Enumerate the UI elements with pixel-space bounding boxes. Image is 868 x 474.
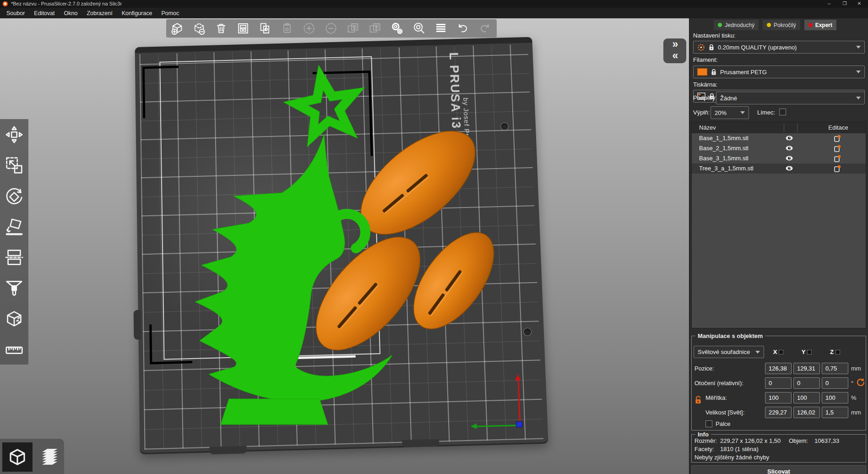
measure-tool[interactable] bbox=[0, 334, 28, 365]
menu-zobrazeni[interactable]: Zobrazení bbox=[82, 9, 117, 18]
cut-tool[interactable] bbox=[0, 242, 28, 272]
mode-expert-button[interactable]: Expert bbox=[804, 20, 836, 30]
object-row[interactable]: Base_2_1,5mm.stl bbox=[692, 143, 866, 153]
uniform-scale-lock-icon[interactable] bbox=[694, 396, 702, 406]
facets-label: Facety: bbox=[694, 446, 714, 452]
mode-selector: Jednoduchý Pokročilý Expert bbox=[689, 20, 868, 30]
object-row-selected[interactable]: Tree_3_a_1,5mm.stl bbox=[692, 163, 866, 174]
place-on-face-tool[interactable] bbox=[0, 211, 28, 242]
prusaslicer-logo-icon bbox=[2, 1, 8, 7]
mode-simple-button[interactable]: Jednoduchý bbox=[714, 20, 759, 30]
menu-soubor[interactable]: Soubor bbox=[2, 9, 29, 18]
rotation-z-field[interactable]: 0 bbox=[822, 377, 848, 389]
object-row[interactable]: Base_1_1,5mm.stl bbox=[692, 133, 866, 143]
menu-konfigurace[interactable]: Konfigurace bbox=[117, 9, 157, 18]
settings-button[interactable] bbox=[386, 19, 408, 38]
search-button[interactable] bbox=[408, 19, 430, 38]
edit-settings-icon[interactable] bbox=[834, 154, 841, 164]
size-y-field[interactable]: 126,02 bbox=[793, 407, 820, 418]
close-button[interactable]: ✕ bbox=[852, 0, 866, 8]
minimize-button[interactable]: – bbox=[822, 0, 836, 8]
scale-icon bbox=[4, 155, 25, 176]
title-bar: *Bez názvu - PrusaSlicer-2.7.0 založený … bbox=[0, 0, 868, 8]
menu-editovat[interactable]: Editovat bbox=[29, 9, 59, 18]
edit-settings-icon[interactable] bbox=[834, 164, 841, 174]
supports-label: Podpěry: bbox=[693, 94, 717, 101]
rotation-unit: ° bbox=[851, 380, 853, 387]
seam-tool[interactable] bbox=[0, 303, 28, 334]
eye-icon[interactable] bbox=[785, 135, 793, 142]
copy-button[interactable] bbox=[254, 19, 276, 38]
split-objects-icon bbox=[346, 22, 360, 35]
scale-tool[interactable] bbox=[0, 150, 28, 180]
redo-icon bbox=[477, 21, 492, 36]
mode-advanced-button[interactable]: Pokročilý bbox=[763, 20, 800, 30]
eye-icon[interactable] bbox=[785, 165, 793, 173]
inches-checkbox[interactable] bbox=[705, 420, 712, 427]
scale-z-field[interactable]: 100 bbox=[822, 392, 848, 403]
layers-button[interactable] bbox=[430, 19, 452, 38]
position-y-field[interactable]: 129,31 bbox=[793, 363, 820, 374]
collapse-sidebar-button[interactable]: » « bbox=[663, 38, 686, 63]
scale-x-field[interactable]: 100 bbox=[765, 392, 792, 403]
position-x-field[interactable]: 126,38 bbox=[765, 363, 792, 374]
brim-checkbox[interactable] bbox=[779, 109, 786, 115]
paste-button[interactable] bbox=[276, 19, 298, 38]
menu-pomoc[interactable]: Pomoc bbox=[157, 9, 184, 18]
editor-view-button[interactable] bbox=[2, 442, 33, 472]
info-title: Info bbox=[695, 431, 711, 438]
redo-button[interactable] bbox=[474, 19, 496, 38]
edit-settings-icon[interactable] bbox=[834, 134, 841, 144]
position-z-field[interactable]: 0,75 bbox=[822, 363, 848, 374]
settings-panel: Jednoduchý Pokročilý Expert Nastavení ti… bbox=[689, 18, 868, 474]
eye-icon[interactable] bbox=[785, 145, 793, 153]
rotate-tool[interactable] bbox=[0, 180, 28, 211]
axis-y-header: Y bbox=[793, 349, 820, 355]
axis-x-drag-icon bbox=[779, 350, 783, 354]
infill-select[interactable]: 20% bbox=[711, 106, 749, 119]
delete-all-button[interactable] bbox=[210, 19, 232, 38]
size-info-label: Rozměr: bbox=[694, 437, 717, 444]
lock-icon bbox=[711, 69, 716, 76]
rotation-y-field[interactable]: 0 bbox=[793, 377, 820, 389]
lock-icon bbox=[709, 44, 714, 51]
size-x-field[interactable]: 229,27 bbox=[765, 407, 792, 418]
manipulation-title: Manipulace s objektem bbox=[695, 332, 765, 339]
slice-button[interactable]: Slicovat bbox=[691, 465, 866, 474]
ruler-icon bbox=[4, 339, 25, 360]
remove-instance-button[interactable] bbox=[320, 19, 342, 38]
add-model-button[interactable] bbox=[166, 19, 188, 38]
restore-button[interactable]: ❐ bbox=[838, 0, 852, 8]
model-tree[interactable] bbox=[195, 65, 392, 425]
preview-view-button[interactable] bbox=[35, 442, 62, 472]
split-parts-button[interactable] bbox=[364, 19, 386, 38]
add-instance-icon bbox=[302, 21, 316, 36]
eye-icon[interactable] bbox=[785, 155, 793, 163]
models-layer bbox=[137, 39, 540, 447]
supports-select[interactable]: Žádné bbox=[716, 92, 865, 104]
viewport-3d[interactable]: by Josef Prusa L PRUSA i3 MK3 bbox=[0, 18, 689, 474]
add-instance-button[interactable] bbox=[298, 19, 320, 38]
printer-label: Tiskárna: bbox=[693, 81, 717, 88]
edit-settings-icon[interactable] bbox=[834, 144, 841, 154]
split-objects-button[interactable] bbox=[342, 19, 364, 38]
object-row[interactable]: Base_3_1,5mm.stl bbox=[692, 153, 866, 163]
reset-rotation-icon[interactable] bbox=[857, 378, 865, 388]
size-z-field[interactable]: 1,5 bbox=[822, 407, 848, 418]
undo-button[interactable] bbox=[452, 19, 474, 38]
filament-select[interactable]: Prusament PETG bbox=[693, 65, 865, 78]
chevron-right-icon: » bbox=[663, 38, 686, 50]
brim-label: Límec: bbox=[757, 109, 775, 116]
menu-okno[interactable]: Okno bbox=[59, 9, 82, 18]
paint-support-tool[interactable] bbox=[0, 272, 28, 303]
print-settings-select[interactable]: 0.20mm QUALITY (upraveno) bbox=[693, 41, 865, 54]
rotation-x-field[interactable]: 0 bbox=[765, 377, 792, 389]
position-unit: mm bbox=[851, 365, 861, 372]
chevron-down-icon bbox=[740, 111, 745, 114]
scale-unit: % bbox=[851, 394, 857, 401]
scale-y-field[interactable]: 100 bbox=[793, 392, 820, 403]
coordinate-system-select[interactable]: Světové souřadnice bbox=[694, 346, 764, 358]
move-tool[interactable] bbox=[0, 119, 28, 150]
arrange-button[interactable] bbox=[232, 19, 254, 38]
delete-model-button[interactable] bbox=[188, 19, 210, 38]
